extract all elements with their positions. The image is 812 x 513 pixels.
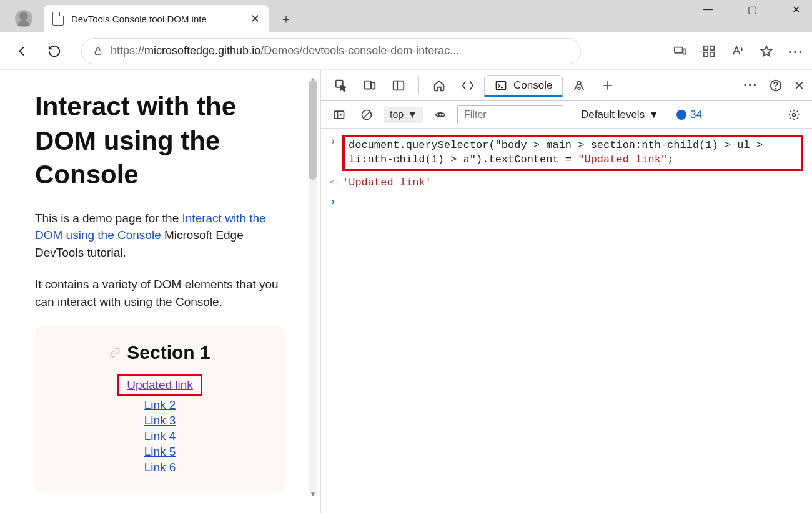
dock-icon[interactable] xyxy=(386,74,411,97)
svg-point-25 xyxy=(793,113,796,116)
intro-text: This is a demo page for the xyxy=(35,212,182,225)
links-list: Updated link Link 2 Link 3 Link 4 Link 5… xyxy=(54,374,266,474)
svg-rect-4 xyxy=(710,46,714,49)
svg-rect-0 xyxy=(95,51,101,54)
minimize-button[interactable]: ― xyxy=(696,4,721,16)
svg-rect-2 xyxy=(683,49,686,54)
toggle-sidebar-icon[interactable] xyxy=(329,105,350,124)
link-5[interactable]: Link 5 xyxy=(144,445,176,458)
page-icon xyxy=(52,12,64,26)
browser-tab[interactable]: DevTools Console tool DOM inte ✕ xyxy=(44,5,269,32)
live-expression-icon[interactable] xyxy=(430,105,451,124)
svg-point-19 xyxy=(776,88,776,89)
devtools-panel: Console ··· ✕ top ▼ Default levels ▼ xyxy=(320,70,812,513)
execution-context[interactable]: top ▼ xyxy=(384,107,423,123)
list-item: Link 2 xyxy=(54,398,266,412)
link-6[interactable]: Link 6 xyxy=(144,461,176,474)
intro-paragraph-2: It contains a variety of DOM elements th… xyxy=(35,276,285,310)
close-devtools-icon[interactable]: ✕ xyxy=(794,78,805,93)
console-result-row: <· 'Updated link' xyxy=(330,176,803,190)
content-area: Interact with the DOM using the Console … xyxy=(0,70,812,513)
svg-rect-12 xyxy=(497,81,506,89)
prompt-icon: › xyxy=(330,195,339,210)
favorite-icon[interactable] xyxy=(760,44,773,58)
highlighted-code: document.querySelector("body > main > se… xyxy=(342,135,803,171)
window-controls: ― ▢ ✕ xyxy=(696,4,808,16)
svg-rect-3 xyxy=(704,46,708,49)
console-input-row: › document.querySelector("body > main > … xyxy=(330,135,803,171)
page-title: Interact with the DOM using the Console xyxy=(35,90,285,192)
console-prompt[interactable]: › xyxy=(330,195,803,210)
read-aloud-icon[interactable] xyxy=(731,44,745,58)
apps-icon[interactable] xyxy=(702,44,716,58)
section-1: Section 1 Updated link Link 2 Link 3 Lin… xyxy=(35,326,285,492)
result-text: 'Updated link' xyxy=(342,176,432,190)
list-item: Link 4 xyxy=(54,429,266,443)
list-item: Link 6 xyxy=(54,461,266,474)
console-tab[interactable]: Console xyxy=(484,75,563,97)
issues-dot-icon xyxy=(676,110,686,120)
log-levels-dropdown[interactable]: Default levels ▼ xyxy=(581,109,659,121)
scroll-thumb[interactable] xyxy=(309,80,317,180)
issues-counter[interactable]: 34 xyxy=(676,109,702,121)
svg-rect-5 xyxy=(704,52,708,56)
device-emulation-icon[interactable] xyxy=(357,74,382,97)
svg-point-15 xyxy=(578,87,581,89)
context-label: top xyxy=(390,109,404,120)
separator xyxy=(418,77,419,94)
devtools-tabbar: Console ··· ✕ xyxy=(321,70,812,101)
chevron-down-icon: ▼ xyxy=(407,109,417,120)
add-tab-icon[interactable] xyxy=(595,74,620,97)
tab-title: DevTools Console tool DOM inte xyxy=(71,14,245,24)
console-settings-icon[interactable] xyxy=(783,105,805,124)
sources-tab-icon[interactable] xyxy=(567,74,592,97)
svg-point-14 xyxy=(578,81,582,85)
levels-label: Default levels xyxy=(581,109,645,121)
url-protocol: https:// xyxy=(111,44,144,57)
filter-input[interactable] xyxy=(457,105,563,124)
input-prompt-icon: › xyxy=(330,135,339,149)
close-tab-icon[interactable]: ✕ xyxy=(250,12,260,26)
svg-rect-6 xyxy=(710,52,714,56)
link-updated[interactable]: Updated link xyxy=(117,374,202,396)
link-4[interactable]: Link 4 xyxy=(144,429,176,442)
code-semicolon: ; xyxy=(667,154,673,165)
scroll-down-icon[interactable]: ▼ xyxy=(310,491,316,497)
link-icon xyxy=(109,347,121,358)
output-icon: <· xyxy=(330,176,339,188)
elements-tab-icon[interactable] xyxy=(455,74,480,97)
svg-rect-9 xyxy=(372,82,375,89)
link-3[interactable]: Link 3 xyxy=(144,414,176,427)
devices-icon[interactable] xyxy=(673,44,687,58)
inspect-icon[interactable] xyxy=(329,74,354,97)
svg-rect-1 xyxy=(675,47,683,52)
list-item: Link 5 xyxy=(54,445,266,459)
back-button[interactable] xyxy=(10,39,34,63)
text-cursor xyxy=(344,196,344,208)
issues-count: 34 xyxy=(690,109,702,121)
browser-toolbar: https://microsoftedge.github.io/Demos/de… xyxy=(0,32,812,70)
refresh-button[interactable] xyxy=(42,39,66,63)
maximize-button[interactable]: ▢ xyxy=(740,4,765,16)
profile-avatar[interactable] xyxy=(15,10,32,27)
code-string: "Updated link" xyxy=(578,154,667,165)
console-tab-label: Console xyxy=(513,79,552,92)
more-tools-icon[interactable]: ··· xyxy=(743,78,758,92)
more-icon[interactable]: ··· xyxy=(788,44,802,58)
console-output[interactable]: › document.querySelector("body > main > … xyxy=(321,129,812,216)
svg-point-24 xyxy=(439,113,442,116)
clear-console-icon[interactable] xyxy=(356,105,377,124)
code-line-2a: li:nth-child(1) > a").textContent = xyxy=(349,154,578,165)
welcome-tab-icon[interactable] xyxy=(427,74,452,97)
url-text: https://microsoftedge.github.io/Demos/de… xyxy=(111,44,459,57)
lock-icon xyxy=(93,46,103,56)
address-bar[interactable]: https://microsoftedge.github.io/Demos/de… xyxy=(81,38,581,64)
page-scrollbar[interactable]: ▲ ▼ xyxy=(309,77,317,496)
webpage: Interact with the DOM using the Console … xyxy=(0,70,320,513)
close-window-button[interactable]: ✕ xyxy=(783,4,808,16)
url-host: microsoftedge.github.io xyxy=(144,44,260,57)
help-icon[interactable] xyxy=(769,79,783,92)
svg-rect-8 xyxy=(365,81,371,89)
new-tab-button[interactable]: ＋ xyxy=(275,7,297,30)
link-2[interactable]: Link 2 xyxy=(144,398,176,411)
